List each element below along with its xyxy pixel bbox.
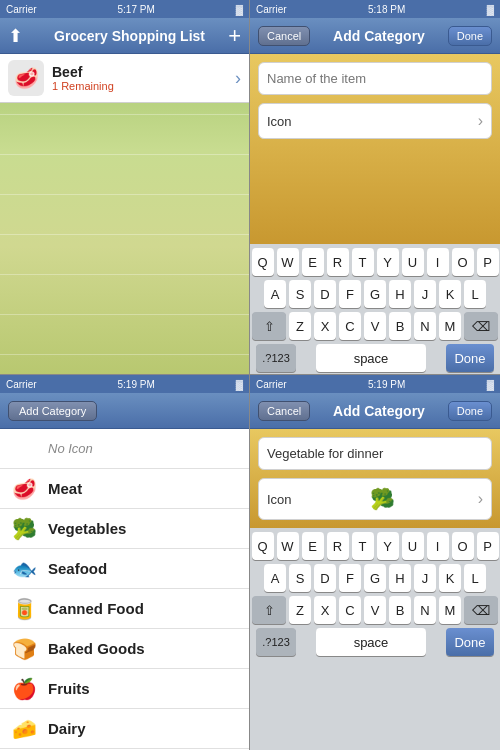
statusbar-3: Carrier 5:19 PM ▓ bbox=[0, 375, 249, 393]
key-o2[interactable]: O bbox=[452, 532, 474, 560]
numbers-key-2[interactable]: .?123 bbox=[256, 628, 296, 656]
key-f[interactable]: F bbox=[339, 280, 361, 308]
key-p2[interactable]: P bbox=[477, 532, 499, 560]
key-q[interactable]: Q bbox=[252, 248, 274, 276]
key-c[interactable]: C bbox=[339, 312, 361, 340]
item-name-beef: Beef bbox=[52, 64, 235, 80]
list-item-beef[interactable]: 🥩 Beef 1 Remaining › bbox=[0, 54, 249, 103]
list-item-seafood[interactable]: 🐟 Seafood bbox=[0, 549, 249, 589]
key-h[interactable]: H bbox=[389, 280, 411, 308]
key-b2[interactable]: B bbox=[389, 596, 411, 624]
key-w[interactable]: W bbox=[277, 248, 299, 276]
key-k2[interactable]: K bbox=[439, 564, 461, 592]
bg-line bbox=[0, 114, 249, 115]
list-item-baked-goods[interactable]: 🍞 Baked Goods bbox=[0, 629, 249, 669]
key-v[interactable]: V bbox=[364, 312, 386, 340]
key-g2[interactable]: G bbox=[364, 564, 386, 592]
icon-picker-row-2[interactable]: Icon 🥦 › bbox=[258, 478, 492, 520]
key-v2[interactable]: V bbox=[364, 596, 386, 624]
keyboard-bottom-row-2: .?123 space Done bbox=[252, 628, 498, 656]
chevron-right-icon: › bbox=[235, 68, 241, 89]
key-k[interactable]: K bbox=[439, 280, 461, 308]
icon-picker-row-1[interactable]: Icon › bbox=[258, 103, 492, 139]
key-i[interactable]: I bbox=[427, 248, 449, 276]
list-item-fruits[interactable]: 🍎 Fruits bbox=[0, 669, 249, 709]
key-q2[interactable]: Q bbox=[252, 532, 274, 560]
cancel-button-2[interactable]: Cancel bbox=[258, 26, 310, 46]
carrier-2: Carrier bbox=[256, 4, 287, 15]
key-z[interactable]: Z bbox=[289, 312, 311, 340]
key-o[interactable]: O bbox=[452, 248, 474, 276]
key-g[interactable]: G bbox=[364, 280, 386, 308]
share-icon[interactable]: ⬆ bbox=[8, 25, 23, 47]
key-p[interactable]: P bbox=[477, 248, 499, 276]
item-name-input-1[interactable] bbox=[258, 62, 492, 95]
key-c2[interactable]: C bbox=[339, 596, 361, 624]
key-t[interactable]: T bbox=[352, 248, 374, 276]
key-e[interactable]: E bbox=[302, 248, 324, 276]
shift-key-2[interactable]: ⇧ bbox=[252, 596, 286, 624]
chevron-right-icon-4: › bbox=[478, 490, 483, 508]
key-x[interactable]: X bbox=[314, 312, 336, 340]
shift-key[interactable]: ⇧ bbox=[252, 312, 286, 340]
done-key-2[interactable]: Done bbox=[446, 628, 494, 656]
key-j[interactable]: J bbox=[414, 280, 436, 308]
key-m2[interactable]: M bbox=[439, 596, 461, 624]
key-s2[interactable]: S bbox=[289, 564, 311, 592]
done-button-4[interactable]: Done bbox=[448, 401, 492, 421]
key-a[interactable]: A bbox=[264, 280, 286, 308]
list-item-meat[interactable]: 🥩 Meat bbox=[0, 469, 249, 509]
key-i2[interactable]: I bbox=[427, 532, 449, 560]
done-button-2[interactable]: Done bbox=[448, 26, 492, 46]
key-w2[interactable]: W bbox=[277, 532, 299, 560]
cancel-button-4[interactable]: Cancel bbox=[258, 401, 310, 421]
done-key[interactable]: Done bbox=[446, 344, 494, 372]
bg-line bbox=[0, 314, 249, 315]
list-item-canned-food[interactable]: 🥫 Canned Food bbox=[0, 589, 249, 629]
key-z2[interactable]: Z bbox=[289, 596, 311, 624]
key-d[interactable]: D bbox=[314, 280, 336, 308]
list-item-no-icon[interactable]: No Icon bbox=[0, 429, 249, 469]
key-y[interactable]: Y bbox=[377, 248, 399, 276]
key-s[interactable]: S bbox=[289, 280, 311, 308]
key-d2[interactable]: D bbox=[314, 564, 336, 592]
key-l2[interactable]: L bbox=[464, 564, 486, 592]
space-key-2[interactable]: space bbox=[316, 628, 426, 656]
key-m[interactable]: M bbox=[439, 312, 461, 340]
space-key[interactable]: space bbox=[316, 344, 426, 372]
icon-label-2: Icon bbox=[267, 492, 292, 507]
key-r[interactable]: R bbox=[327, 248, 349, 276]
add-button-1[interactable]: + bbox=[228, 23, 241, 49]
key-f2[interactable]: F bbox=[339, 564, 361, 592]
numbers-key[interactable]: .?123 bbox=[256, 344, 296, 372]
key-u[interactable]: U bbox=[402, 248, 424, 276]
key-u2[interactable]: U bbox=[402, 532, 424, 560]
key-n[interactable]: N bbox=[414, 312, 436, 340]
category-label-baked-goods: Baked Goods bbox=[48, 640, 145, 657]
key-a2[interactable]: A bbox=[264, 564, 286, 592]
icon-preview: 🥦 bbox=[370, 487, 395, 511]
key-h2[interactable]: H bbox=[389, 564, 411, 592]
key-r2[interactable]: R bbox=[327, 532, 349, 560]
category-label-dairy: Dairy bbox=[48, 720, 86, 737]
key-l[interactable]: L bbox=[464, 280, 486, 308]
key-y2[interactable]: Y bbox=[377, 532, 399, 560]
no-icon-icon bbox=[10, 435, 38, 463]
seafood-icon: 🐟 bbox=[10, 555, 38, 583]
key-e2[interactable]: E bbox=[302, 532, 324, 560]
key-b[interactable]: B bbox=[389, 312, 411, 340]
key-j2[interactable]: J bbox=[414, 564, 436, 592]
key-x2[interactable]: X bbox=[314, 596, 336, 624]
add-category-button[interactable]: Add Category bbox=[8, 401, 97, 421]
item-name-input-2[interactable] bbox=[258, 437, 492, 470]
key-n2[interactable]: N bbox=[414, 596, 436, 624]
backspace-key-2[interactable]: ⌫ bbox=[464, 596, 498, 624]
list-item-dairy[interactable]: 🧀 Dairy bbox=[0, 709, 249, 749]
key-t2[interactable]: T bbox=[352, 532, 374, 560]
navbar-4: Cancel Add Category Done bbox=[250, 393, 500, 429]
keyboard-2: Q W E R T Y U I O P A S D F G H J K L bbox=[250, 528, 500, 750]
page-title-4: Add Category bbox=[333, 403, 425, 419]
navbar-1: ⬆ Grocery Shopping List + bbox=[0, 18, 249, 54]
list-item-vegetables[interactable]: 🥦 Vegetables bbox=[0, 509, 249, 549]
backspace-key[interactable]: ⌫ bbox=[464, 312, 498, 340]
